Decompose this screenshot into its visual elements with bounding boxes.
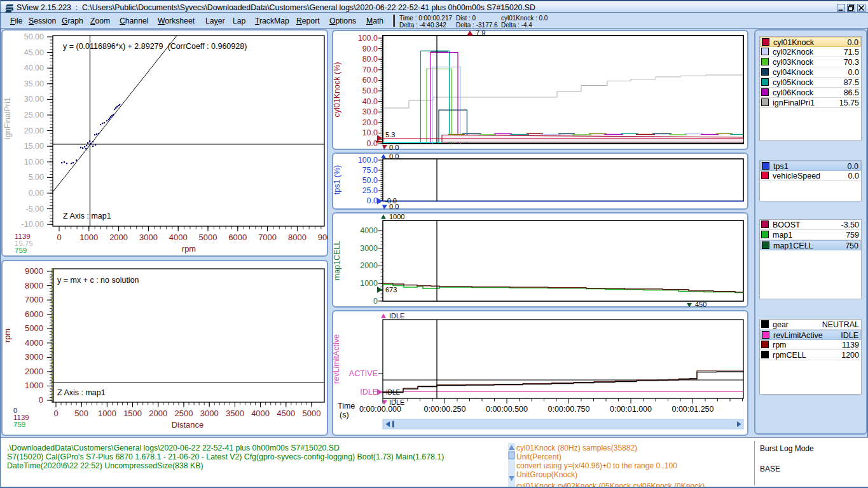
svg-text:3000: 3000	[360, 244, 378, 253]
svg-text:ignFinalPri1: ignFinalPri1	[3, 97, 12, 139]
svg-text:8000: 8000	[25, 281, 43, 290]
svg-text:80.0: 80.0	[362, 55, 378, 64]
svg-text:20.0: 20.0	[362, 118, 378, 127]
svg-text:40.0: 40.0	[362, 97, 378, 106]
svg-text:10.0: 10.0	[362, 128, 378, 137]
svg-text:0.0: 0.0	[389, 203, 399, 210]
svg-text:25.00: 25.00	[24, 111, 44, 119]
svg-text:3000: 3000	[25, 352, 43, 362]
svg-text:0: 0	[53, 409, 58, 418]
svg-text:-10.00: -10.00	[22, 220, 44, 229]
svg-text:0.0: 0.0	[389, 152, 399, 160]
svg-text:1000: 1000	[79, 233, 98, 242]
svg-text:IDLE: IDLE	[389, 312, 404, 320]
svg-text:rpm: rpm	[3, 329, 12, 342]
svg-text:1000: 1000	[389, 213, 404, 220]
svg-text:0:00:01.000: 0:00:01.000	[610, 405, 652, 414]
svg-text:5.3: 5.3	[385, 131, 395, 139]
svg-text:y = (0.0116896*x) + 2.89279 (: y = (0.0116896*x) + 2.89279 (CorrCoeff :…	[63, 42, 247, 51]
svg-text:60.0: 60.0	[362, 76, 378, 85]
svg-text:50.00: 50.00	[24, 32, 44, 41]
svg-text:2000: 2000	[360, 261, 378, 270]
svg-text:0:00:00.000: 0:00:00.000	[359, 405, 401, 414]
svg-text:15.00: 15.00	[24, 142, 44, 151]
svg-text:0.0: 0.0	[367, 139, 378, 148]
svg-text:4500: 4500	[277, 409, 295, 418]
svg-text:ACTIVE: ACTIVE	[349, 369, 378, 378]
svg-text:map1CELL: map1CELL	[333, 241, 341, 281]
svg-text:IDLE: IDLE	[386, 389, 401, 396]
svg-text:2000: 2000	[149, 409, 167, 418]
svg-text:673: 673	[385, 286, 397, 294]
svg-text:IDLE: IDLE	[360, 388, 378, 396]
svg-text:Distance: Distance	[172, 420, 204, 430]
svg-text:8000: 8000	[288, 233, 307, 242]
svg-text:-5.00: -5.00	[26, 205, 45, 214]
svg-text:1500: 1500	[123, 409, 142, 418]
svg-text:500: 500	[74, 409, 88, 418]
svg-text:9000: 9000	[318, 233, 328, 242]
svg-text:30.00: 30.00	[24, 95, 44, 104]
svg-text:4000: 4000	[251, 409, 270, 418]
svg-text:rpm: rpm	[182, 244, 196, 254]
svg-text:450: 450	[695, 301, 706, 308]
svg-text:25.0: 25.0	[362, 186, 378, 195]
svg-text:30.0: 30.0	[362, 107, 378, 116]
svg-text:100.0: 100.0	[358, 34, 378, 43]
svg-text:759: 759	[15, 247, 27, 254]
svg-text:0:00:00.750: 0:00:00.750	[548, 405, 589, 414]
svg-text:5.00: 5.00	[29, 173, 44, 182]
svg-text:3000: 3000	[139, 233, 158, 242]
svg-text:35.00: 35.00	[24, 79, 44, 88]
svg-text:4000: 4000	[169, 233, 188, 242]
svg-text:revLimitActive: revLimitActive	[332, 334, 341, 384]
svg-text:Z Axis : map1: Z Axis : map1	[57, 388, 106, 397]
svg-text:1000: 1000	[25, 381, 43, 390]
svg-text:9000: 9000	[25, 266, 43, 276]
svg-text:45.00: 45.00	[24, 48, 44, 57]
svg-text:0.00: 0.00	[29, 189, 44, 198]
svg-text:4000: 4000	[25, 338, 43, 348]
svg-text:4000: 4000	[360, 226, 378, 235]
svg-text:0: 0	[373, 297, 378, 306]
svg-text:5000: 5000	[25, 323, 43, 333]
svg-text:40.00: 40.00	[24, 64, 44, 72]
svg-text:0.0: 0.0	[389, 144, 399, 150]
svg-text:tps1 (%): tps1 (%)	[333, 165, 341, 195]
svg-text:(s): (s)	[340, 410, 349, 419]
svg-text:0:00:01.250: 0:00:01.250	[672, 405, 713, 414]
svg-text:10.00: 10.00	[24, 158, 44, 166]
svg-text:7000: 7000	[25, 295, 43, 304]
svg-text:3000: 3000	[200, 409, 219, 418]
svg-text:0.0: 0.0	[367, 196, 378, 205]
svg-text:1000: 1000	[360, 279, 378, 288]
svg-text:2500: 2500	[175, 409, 193, 418]
svg-text:cyl01Knock (%): cyl01Knock (%)	[333, 62, 341, 118]
svg-text:y = mx + c : no solution: y = mx + c : no solution	[57, 276, 139, 285]
svg-text:90.0: 90.0	[362, 44, 378, 53]
svg-text:3500: 3500	[226, 409, 244, 418]
svg-text:6000: 6000	[228, 233, 247, 242]
svg-text:Z Axis : map1: Z Axis : map1	[63, 212, 111, 220]
svg-text:50.0: 50.0	[362, 176, 378, 185]
svg-text:100.0: 100.0	[358, 156, 378, 165]
svg-text:7.9: 7.9	[476, 30, 485, 37]
svg-text:2000: 2000	[109, 233, 128, 242]
svg-text:2000: 2000	[25, 367, 43, 376]
svg-text:50.0: 50.0	[362, 86, 378, 95]
svg-text:7000: 7000	[258, 233, 277, 242]
svg-text:759: 759	[13, 421, 25, 428]
svg-text:0:00:00.250: 0:00:00.250	[424, 405, 465, 414]
svg-text:5000: 5000	[199, 233, 217, 242]
svg-text:1000: 1000	[98, 409, 116, 418]
svg-text:0: 0	[39, 395, 43, 405]
svg-text:6000: 6000	[25, 309, 43, 319]
svg-text:5000: 5000	[303, 409, 321, 418]
svg-text:20.00: 20.00	[24, 126, 44, 135]
svg-text:70.0: 70.0	[362, 65, 378, 74]
svg-text:Time: Time	[338, 402, 355, 410]
svg-text:75.0: 75.0	[362, 166, 378, 175]
svg-text:0: 0	[57, 233, 61, 242]
svg-text:0:00:00.500: 0:00:00.500	[486, 405, 528, 414]
